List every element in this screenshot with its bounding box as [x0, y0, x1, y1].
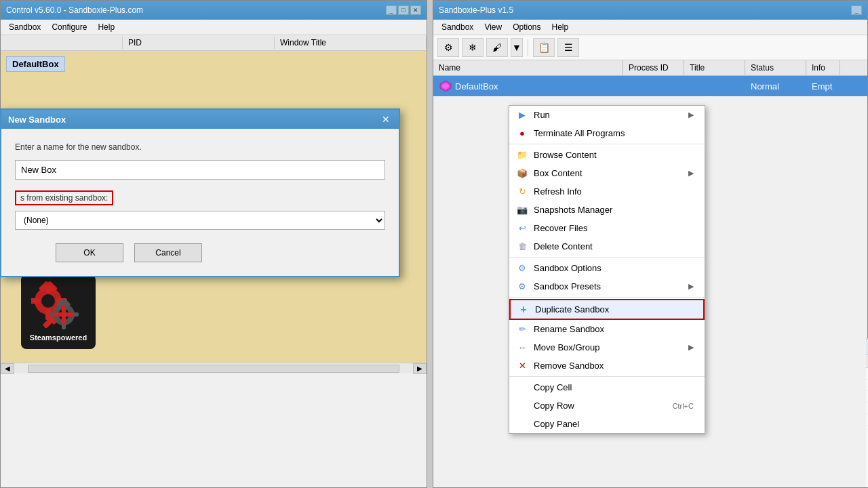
col-name-empty [1, 37, 123, 49]
toolbar-view1-button[interactable]: 📋 [533, 38, 555, 57]
menu-help[interactable]: Help [92, 21, 120, 33]
delete-icon: 🗑 [516, 241, 528, 253]
toolbar-clean-button[interactable]: 🖌 [486, 38, 508, 57]
copy-panel-label: Copy Panel [534, 419, 579, 429]
menu-item-sandbox-options[interactable]: ⚙ Sandbox Options [509, 259, 705, 277]
menu-sandbox[interactable]: Sandbox [3, 21, 46, 33]
existing-sandbox-select[interactable]: (None) [15, 211, 385, 230]
sandbox-presets-arrow: ▶ [688, 282, 694, 291]
rename-label: Rename Sandbox [534, 324, 604, 334]
menu-item-delete[interactable]: 🗑 Delete Content [509, 237, 705, 256]
menu-item-refresh[interactable]: ↻ Refresh Info [509, 182, 705, 201]
menu-item-copy-cell[interactable]: Copy Cell [509, 378, 705, 396]
menu-item-move[interactable]: ↔ Move Box/Group ▶ [509, 338, 705, 357]
browse-icon: 📁 [516, 149, 528, 161]
col-header-status: Status [745, 60, 806, 75]
new-sandbox-dialog: New Sandbox ✕ Enter a name for the new s… [0, 108, 400, 277]
defaultbox-table-row[interactable]: DefaultBox Normal Empt [433, 76, 867, 96]
left-table-header: PID Window Title [1, 35, 427, 51]
refresh-icon: ↻ [516, 186, 528, 198]
left-titlebar-buttons: _ □ ✕ [386, 5, 421, 15]
menu-right-sandbox[interactable]: Sandbox [436, 21, 479, 33]
sandbox-options-icon: ⚙ [516, 262, 528, 274]
dialog-title: New Sandbox [8, 115, 66, 125]
sep-1 [509, 144, 705, 144]
context-menu: ▶ Run ▶ ● Terminate All Programs 📁 Brows… [509, 105, 705, 434]
recover-label: Recover Files [534, 223, 587, 233]
defaultbox-title-cell [684, 85, 745, 87]
menu-item-remove[interactable]: ✕ Remove Sandbox [509, 357, 705, 375]
sep-4 [509, 376, 705, 377]
defaultbox-row[interactable]: DefaultBox [6, 56, 65, 72]
defaultbox-name-cell: DefaultBox [433, 78, 623, 94]
menu-item-duplicate[interactable]: + Duplicate Sandbox [509, 299, 705, 320]
menu-right-options[interactable]: Options [507, 21, 546, 33]
run-label: Run [534, 110, 550, 120]
left-window-title: Control v5.60.0 - Sandboxie-Plus.com [6, 5, 143, 15]
copy-row-label: Copy Row [534, 401, 574, 411]
box-content-icon: 📦 [516, 167, 528, 180]
menu-item-snapshots[interactable]: 📷 Snapshots Manager [509, 201, 705, 219]
move-icon: ↔ [516, 342, 528, 354]
col-header-pid: Process ID [623, 60, 684, 75]
col-header-name: Name [433, 60, 623, 75]
copy-panel-icon [516, 418, 528, 430]
defaultbox-info-cell: Empt [806, 80, 840, 93]
copy-row-icon [516, 400, 528, 412]
maximize-button[interactable]: □ [398, 5, 409, 15]
sandbox-presets-label: Sandbox Presets [534, 281, 601, 291]
right-titlebar: Sandboxie-Plus v1.5 _ [433, 1, 867, 20]
menu-item-copy-panel[interactable]: Copy Panel [509, 415, 705, 433]
new-sandbox-dialog-overlay: New Sandbox ✕ Enter a name for the new s… [0, 108, 407, 380]
defaultbox-icon [439, 79, 452, 93]
right-menubar: Sandbox View Options Help [433, 20, 867, 35]
close-button[interactable]: ✕ [410, 5, 421, 15]
move-label: Move Box/Group [534, 342, 600, 352]
menu-right-help[interactable]: Help [547, 21, 574, 33]
menu-item-copy-row[interactable]: Copy Row Ctrl+C [509, 396, 705, 415]
left-menubar: Sandbox Configure Help [1, 20, 427, 35]
menu-item-terminate[interactable]: ● Terminate All Programs [509, 124, 705, 142]
toolbar-settings-button[interactable]: ⚙ [437, 38, 459, 57]
menu-item-recover[interactable]: ↩ Recover Files [509, 219, 705, 237]
dialog-body: Enter a name for the new sandbox. s from… [1, 129, 399, 276]
refresh-label: Refresh Info [534, 186, 582, 197]
terminate-label: Terminate All Programs [534, 128, 625, 138]
toolbar-view2-button[interactable]: ☰ [557, 38, 579, 57]
menu-right-view[interactable]: View [479, 21, 507, 33]
menu-configure[interactable]: Configure [46, 21, 92, 33]
col-header-info: Info [806, 60, 840, 75]
dialog-close-button[interactable]: ✕ [380, 113, 392, 125]
menu-item-rename[interactable]: ✏ Rename Sandbox [509, 320, 705, 338]
toolbar-clean-dropdown[interactable]: ▼ [511, 38, 523, 57]
dialog-instruction: Enter a name for the new sandbox. [15, 142, 385, 152]
defaultbox-status-cell: Normal [745, 80, 806, 93]
right-table-header: Name Process ID Title Status Info [433, 60, 867, 76]
toolbar-freeze-button[interactable]: ❄ [462, 38, 484, 57]
defaultbox-pid-cell [623, 85, 684, 87]
rename-icon: ✏ [516, 323, 528, 336]
copy-cell-label: Copy Cell [534, 382, 572, 392]
menu-item-browse[interactable]: 📁 Browse Content [509, 146, 705, 164]
col-header-title: Title [684, 60, 745, 75]
browse-label: Browse Content [534, 150, 597, 160]
box-content-arrow: ▶ [688, 169, 694, 178]
cancel-button[interactable]: Cancel [134, 243, 202, 262]
snapshots-label: Snapshots Manager [534, 205, 612, 215]
scroll-right-arrow[interactable]: ▶ [413, 363, 427, 374]
dialog-buttons: OK Cancel [15, 243, 385, 262]
menu-item-sandbox-presets[interactable]: ⚙ Sandbox Presets ▶ [509, 277, 705, 296]
sandbox-name-input[interactable] [15, 160, 385, 180]
right-minimize-button[interactable]: _ [851, 5, 862, 15]
ok-button[interactable]: OK [56, 243, 123, 262]
right-titlebar-buttons: _ [851, 5, 862, 15]
run-icon: ▶ [516, 109, 528, 121]
menu-item-box-content[interactable]: 📦 Box Content ▶ [509, 164, 705, 182]
dialog-titlebar: New Sandbox ✕ [1, 110, 399, 129]
snapshots-icon: 📷 [516, 204, 528, 216]
remove-label: Remove Sandbox [534, 361, 604, 371]
existing-sandbox-label: s from existing sandbox: [15, 190, 113, 205]
menu-item-run[interactable]: ▶ Run ▶ [509, 106, 705, 124]
right-toolbar: ⚙ ❄ 🖌 ▼ 📋 ☰ [433, 35, 867, 60]
minimize-button[interactable]: _ [386, 5, 397, 15]
